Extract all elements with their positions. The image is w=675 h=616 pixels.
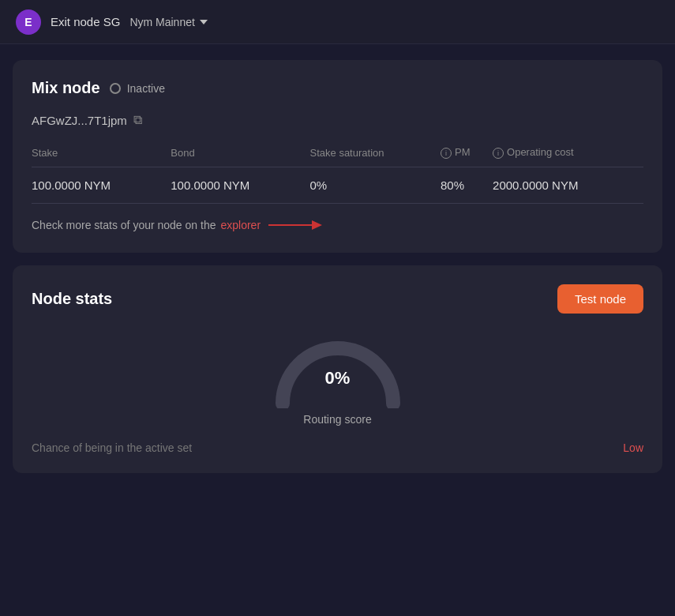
col-saturation: Stake saturation — [310, 146, 441, 167]
op-info-icon[interactable]: i — [493, 148, 504, 159]
test-node-button[interactable]: Test node — [557, 284, 643, 314]
arrow-icon — [268, 216, 324, 234]
copy-icon[interactable]: ⧉ — [133, 113, 142, 127]
stats-table: Stake Bond Stake saturation iPM iOperati… — [32, 146, 643, 204]
status-badge: Inactive — [110, 82, 165, 95]
network-selector[interactable]: Nym Mainnet — [129, 16, 207, 28]
active-set-value: Low — [623, 441, 643, 454]
active-set-label: Chance of being in the active set — [32, 441, 192, 454]
saturation-value: 0% — [310, 167, 441, 204]
col-stake: Stake — [32, 146, 171, 167]
node-id-text: AFGwZJ...7T1jpm — [32, 114, 127, 127]
bond-value: 100.0000 NYM — [171, 167, 309, 204]
col-operating-cost: iOperating cost — [493, 146, 643, 167]
node-stats-header: Node stats Test node — [32, 284, 643, 314]
status-label: Inactive — [127, 82, 165, 95]
node-title: Exit node SG — [51, 15, 120, 28]
gauge-percent: 0% — [325, 368, 351, 389]
gauge-wrapper: 0% — [267, 332, 409, 408]
routing-score-label: Routing score — [303, 413, 371, 426]
explorer-row: Check more stats of your node on the exp… — [32, 216, 643, 234]
mixnode-card-header: Mix node Inactive — [32, 79, 643, 97]
navbar: E Exit node SG Nym Mainnet — [0, 0, 675, 44]
table-row: 100.0000 NYM 100.0000 NYM 0% 80% 2000.00… — [32, 167, 643, 204]
stake-value: 100.0000 NYM — [32, 167, 171, 204]
col-pm: iPM — [441, 146, 493, 167]
node-id-row: AFGwZJ...7T1jpm ⧉ — [32, 113, 643, 127]
node-stats-card: Node stats Test node 0% Routing score Ch… — [13, 265, 662, 473]
operating-cost-value: 2000.0000 NYM — [493, 167, 643, 204]
explorer-link[interactable]: explorer — [220, 219, 261, 231]
col-bond: Bond — [171, 146, 309, 167]
explorer-text: Check more stats of your node on the — [32, 219, 216, 231]
mixnode-title: Mix node — [32, 79, 100, 97]
svg-marker-1 — [312, 220, 322, 230]
active-set-row: Chance of being in the active set Low — [32, 441, 643, 454]
node-stats-title: Node stats — [32, 290, 112, 308]
avatar: E — [16, 9, 41, 35]
pm-value: 80% — [441, 167, 493, 204]
chevron-down-icon — [200, 20, 208, 24]
pm-info-icon[interactable]: i — [441, 148, 452, 159]
mixnode-card: Mix node Inactive AFGwZJ...7T1jpm ⧉ Stak… — [13, 60, 662, 253]
inactive-dot — [110, 83, 121, 94]
main-content: Mix node Inactive AFGwZJ...7T1jpm ⧉ Stak… — [0, 44, 675, 489]
gauge-container: 0% Routing score — [32, 332, 643, 426]
